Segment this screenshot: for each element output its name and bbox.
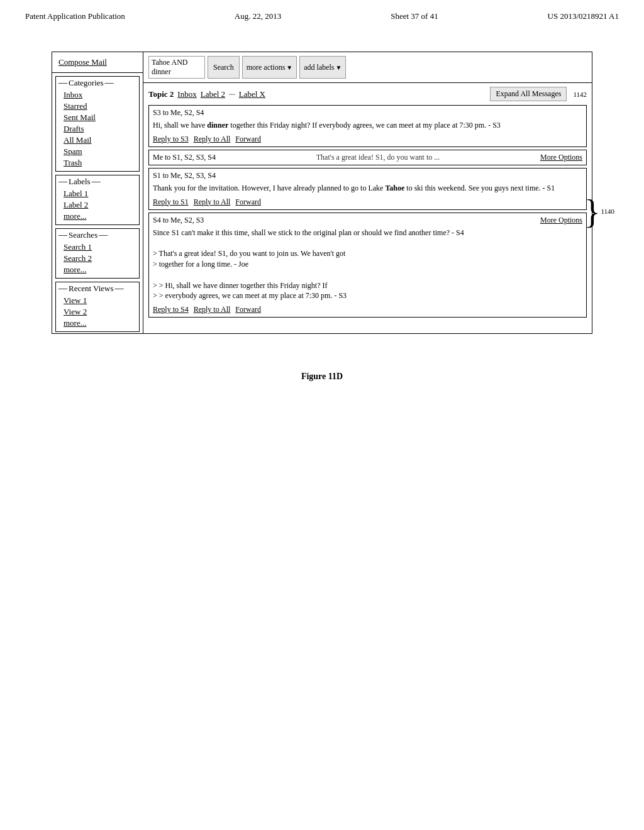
search-bar: Tahoe AND dinner Search more actions ▼ a… xyxy=(143,52,592,83)
sidebar-item-view2[interactable]: View 2 xyxy=(58,306,136,318)
message-3: S1 to Me, S2, S3, S4 Thank you for the i… xyxy=(148,168,587,210)
message-1-actions: Reply to S3 Reply to All Forward xyxy=(149,133,586,147)
labels-bracket-right: — xyxy=(92,177,101,187)
forward-4-link[interactable]: Forward xyxy=(235,305,261,314)
recent-views-section: — Recent Views — View 1 View 2 more... xyxy=(55,282,140,332)
categories-section: — Categories — Inbox Starred Sent Mail D… xyxy=(55,76,140,172)
more-actions-dropdown-icon: ▼ xyxy=(286,64,292,71)
labels-section: — Labels — Label 1 Label 2 more... xyxy=(55,175,140,225)
dinner-bold: dinner xyxy=(207,121,228,130)
labels-bracket-left: — xyxy=(58,177,67,187)
sidebar-item-inbox[interactable]: Inbox xyxy=(58,89,136,101)
sidebar-item-drafts[interactable]: Drafts xyxy=(58,123,136,135)
message-3-header: S1 to Me, S2, S3, S4 xyxy=(149,169,586,182)
search-button[interactable]: Search xyxy=(208,56,240,79)
ui-container: Compose Mail — Categories — Inbox Starre… xyxy=(52,52,592,334)
sidebar-item-trash[interactable]: Trash xyxy=(58,157,136,169)
add-labels-dropdown-icon: ▼ xyxy=(336,64,342,71)
labels-label: Labels xyxy=(69,177,91,187)
categories-bracket: — xyxy=(58,78,67,88)
patent-sheet: Sheet 37 of 41 xyxy=(391,11,438,21)
recent-views-bracket-left: — xyxy=(58,284,67,294)
message-3-actions: Reply to S1 Reply to All Forward xyxy=(149,196,586,209)
message-3-from: S1 to Me, S2, S3, S4 xyxy=(153,171,216,180)
message-2-preview: That's a great idea! S1, do you want to … xyxy=(316,153,440,162)
sidebar-item-search2[interactable]: Search 2 xyxy=(58,253,136,264)
compose-mail-link[interactable]: Compose Mail xyxy=(52,52,143,73)
recent-views-bracket-right: — xyxy=(115,284,124,294)
message-2-collapsed[interactable]: Me to S1, S2, S3, S4 That's a great idea… xyxy=(149,150,586,165)
message-4-actions: Reply to S4 Reply to All Forward xyxy=(149,304,586,317)
searches-bracket-left: — xyxy=(58,230,67,240)
search-input[interactable]: Tahoe AND dinner xyxy=(148,56,205,79)
ref-1140-label: 1140 xyxy=(601,208,614,215)
expand-all-button[interactable]: Expand All Messages xyxy=(490,87,567,101)
sidebar-item-label1[interactable]: Label 1 xyxy=(58,188,136,199)
message-4-body: Since S1 can't make it this time, shall … xyxy=(149,226,586,304)
more-actions-button[interactable]: more actions ▼ xyxy=(242,56,297,79)
thread-label-2[interactable]: Label 2 xyxy=(201,89,225,99)
more-options-4-link[interactable]: More Options xyxy=(540,216,582,225)
sidebar-item-search1[interactable]: Search 1 xyxy=(58,241,136,253)
message-2[interactable]: Me to S1, S2, S3, S4 That's a great idea… xyxy=(148,150,587,165)
add-labels-button[interactable]: add labels ▼ xyxy=(299,56,346,79)
reply-s4-link[interactable]: Reply to S4 xyxy=(153,305,189,314)
sidebar-item-more3[interactable]: more... xyxy=(58,318,136,329)
message-4-header: S4 to Me, S2, S3 More Options xyxy=(149,213,586,226)
forward-1-link[interactable]: Forward xyxy=(235,135,261,144)
reply-all-1-link[interactable]: Reply to All xyxy=(194,135,231,144)
thread-header: Topic 2 Inbox Label 2 ··· Label X Expand… xyxy=(148,87,587,101)
sidebar-item-label2[interactable]: Label 2 xyxy=(58,199,136,211)
sidebar-item-all-mail[interactable]: All Mail xyxy=(58,135,136,146)
message-1-body: Hi, shall we have dinner together this F… xyxy=(149,119,586,133)
sidebar-item-view1[interactable]: View 1 xyxy=(58,295,136,306)
main-panel: Tahoe AND dinner Search more actions ▼ a… xyxy=(143,52,592,333)
sidebar: Compose Mail — Categories — Inbox Starre… xyxy=(52,52,143,333)
message-1-header: S3 to Me, S2, S4 xyxy=(149,106,586,119)
figure-caption: Figure 11D xyxy=(38,372,606,382)
reply-s3-link[interactable]: Reply to S3 xyxy=(153,135,189,144)
tahoe-bold: Tahoe xyxy=(385,184,404,192)
searches-label: Searches xyxy=(69,230,97,240)
patent-number: US 2013/0218921 A1 xyxy=(548,11,619,21)
ref-1142: 1142 xyxy=(573,91,587,98)
message-4: S4 to Me, S2, S3 More Options Since S1 c… xyxy=(148,213,587,318)
message-1: S3 to Me, S2, S4 Hi, shall we have dinne… xyxy=(148,105,587,147)
patent-header: Patent Application Publication Aug. 22, … xyxy=(0,0,644,26)
message-1-from: S3 to Me, S2, S4 xyxy=(153,108,204,118)
thread-labels: Topic 2 Inbox Label 2 ··· Label X xyxy=(148,89,265,99)
patent-left: Patent Application Publication xyxy=(25,11,125,21)
forward-3-link[interactable]: Forward xyxy=(235,197,261,207)
thread-title: Topic 2 xyxy=(148,89,174,99)
reply-all-3-link[interactable]: Reply to All xyxy=(194,197,231,207)
message-4-from: S4 to Me, S2, S3 xyxy=(153,216,204,225)
message-2-from: Me to S1, S2, S3, S4 xyxy=(153,153,216,162)
thread-wrapper: S3 to Me, S2, S4 Hi, shall we have dinne… xyxy=(148,105,587,318)
searches-section: — Searches — Search 1 Search 2 more... xyxy=(55,228,140,279)
more-options-2-link[interactable]: More Options xyxy=(540,153,582,162)
reply-all-4-link[interactable]: Reply to All xyxy=(194,305,231,314)
reply-s1-link[interactable]: Reply to S1 xyxy=(153,197,189,207)
thread-dots: ··· xyxy=(229,89,235,99)
sidebar-item-sent-mail[interactable]: Sent Mail xyxy=(58,112,136,123)
thread-area: Topic 2 Inbox Label 2 ··· Label X Expand… xyxy=(143,83,592,324)
thread-label-x[interactable]: Label X xyxy=(239,89,265,99)
searches-bracket-right: — xyxy=(99,230,108,240)
categories-label: Categories xyxy=(69,78,104,88)
sidebar-item-spam[interactable]: Spam xyxy=(58,146,136,157)
main-content: Compose Mail — Categories — Inbox Starre… xyxy=(0,26,644,382)
sidebar-item-more1[interactable]: more... xyxy=(58,211,136,222)
recent-views-label: Recent Views xyxy=(69,284,114,294)
message-3-body: Thank you for the invitation. However, I… xyxy=(149,182,586,196)
categories-bracket-right: — xyxy=(105,78,114,88)
sidebar-item-starred[interactable]: Starred xyxy=(58,101,136,112)
sidebar-item-more2[interactable]: more... xyxy=(58,264,136,275)
thread-label-inbox[interactable]: Inbox xyxy=(177,89,196,99)
patent-date: Aug. 22, 2013 xyxy=(235,11,281,21)
